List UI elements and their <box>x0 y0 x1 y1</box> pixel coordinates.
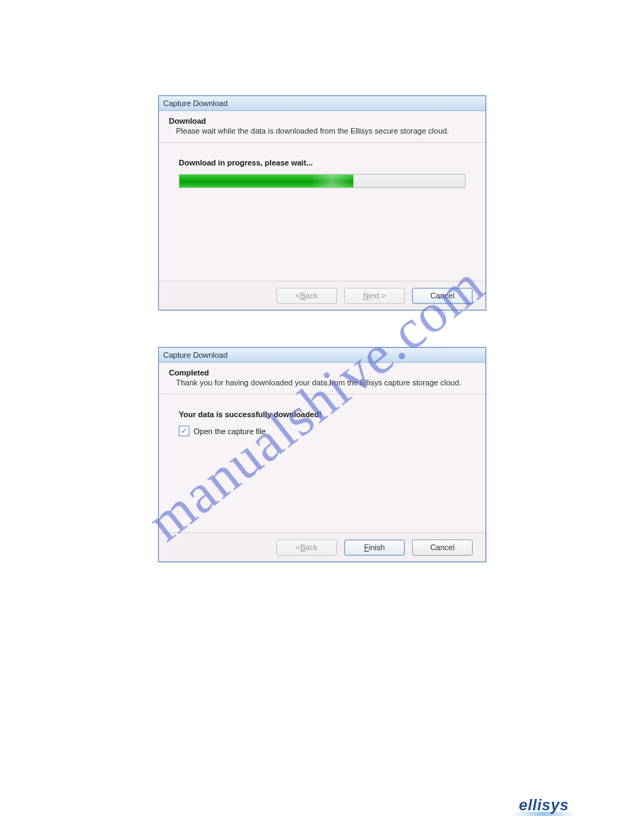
complete-status-label: Your data is successfully downloaded! <box>179 410 466 419</box>
cancel-button[interactable]: Cancel <box>412 539 473 556</box>
cancel-button-label: Cancel <box>430 543 454 552</box>
dialog-title: Capture Download <box>163 351 228 359</box>
dialog-titlebar[interactable]: Capture Download <box>159 96 485 111</box>
progress-status-label: Download in progress, please wait... <box>179 158 466 167</box>
cancel-button[interactable]: Cancel <box>412 288 473 304</box>
back-button-suffix: ack <box>305 543 317 552</box>
dialog-subheading: Thank you for having downloaded your dat… <box>169 378 476 387</box>
open-capture-checkbox-row[interactable]: Open the capture file <box>179 426 466 436</box>
finish-button-mnemonic: F <box>364 543 369 552</box>
dialog-content: Your data is successfully downloaded! Op… <box>159 395 485 436</box>
dialog-header: Download Please wait while the data is d… <box>159 111 485 143</box>
next-button-mnemonic: N <box>363 291 369 300</box>
cancel-button-label: Cancel <box>430 291 454 300</box>
progress-bar <box>179 174 466 188</box>
next-button: Next > <box>344 288 405 304</box>
brand-logo: ellisys <box>519 796 569 815</box>
dialog-content: Download in progress, please wait... <box>159 143 485 188</box>
checkbox-label: Open the capture file <box>194 427 266 436</box>
finish-button-suffix: inish <box>369 543 385 552</box>
progress-fill <box>179 175 353 187</box>
back-button-suffix: ack <box>305 291 317 300</box>
checkbox-icon <box>179 426 189 436</box>
dialog-titlebar[interactable]: Capture Download <box>159 348 485 363</box>
dialog-subheading: Please wait while the data is downloaded… <box>169 127 476 135</box>
dialog-download-progress: Capture Download Download Please wait wh… <box>158 95 486 310</box>
brand-text: ellisys <box>519 796 569 814</box>
back-button: < Back <box>276 288 337 304</box>
dialog-footer: < Back Finish Cancel <box>159 532 485 561</box>
dialog-footer: < Back Next > Cancel <box>159 281 485 310</box>
dialog-header: Completed Thank you for having downloade… <box>159 363 485 395</box>
dialog-heading: Completed <box>169 368 476 377</box>
checkmark-icon <box>181 428 188 435</box>
back-button-mnemonic: B <box>300 291 305 300</box>
dialog-heading: Download <box>169 117 476 125</box>
dialog-download-complete: Capture Download Completed Thank you for… <box>158 347 486 562</box>
dialog-title: Capture Download <box>163 99 228 107</box>
finish-button[interactable]: Finish <box>344 539 405 556</box>
back-button: < Back <box>276 539 337 556</box>
next-button-suffix: ext > <box>369 291 386 300</box>
back-button-mnemonic: B <box>300 543 305 552</box>
